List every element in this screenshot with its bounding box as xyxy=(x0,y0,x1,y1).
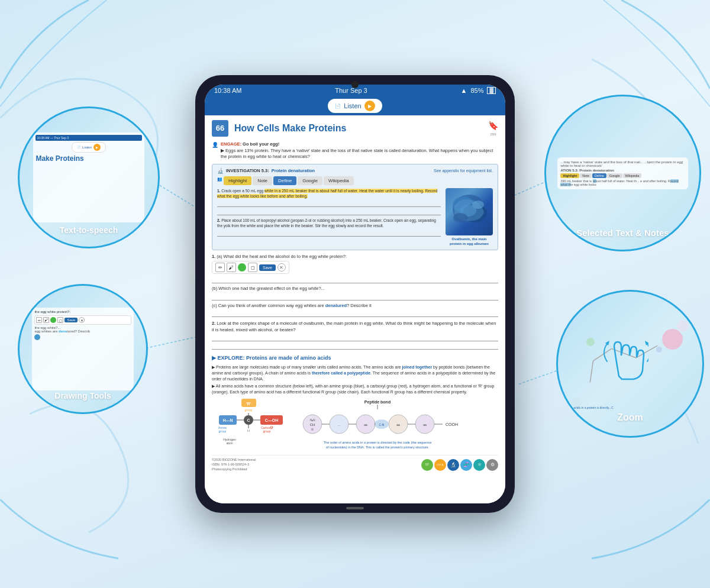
svg-text:CH: CH xyxy=(310,423,315,427)
tts-screen-preview: 10:38 AM — Thur Sep 3 📄 Listen ▶ Make Pr… xyxy=(33,133,144,222)
amino-acid-diagram: 'R' group C H H—N Amine group xyxy=(212,398,289,453)
explore-title: ▶ EXPLORE: Proteins are made of amino ac… xyxy=(212,354,498,362)
question-1: 1. (a) What did the heat and the alcohol… xyxy=(212,254,498,284)
note-button[interactable]: Note xyxy=(253,176,272,185)
page-title: How Cells Make Proteins xyxy=(234,122,346,135)
investigation-step-2: 2. Place about 100 mL of isopropyl alcoh… xyxy=(217,218,441,237)
diagram-area: 'R' group C H H—N Amine group xyxy=(212,398,498,453)
page-content: 66 How Cells Make Proteins 🔖 299 👤 ENGAG… xyxy=(205,115,505,503)
svg-text:Peptide bond: Peptide bond xyxy=(364,400,390,405)
selected-text-notes-bubble: ...may have a 'native' state and the los… xyxy=(544,95,701,251)
save-drawing-button[interactable]: Save xyxy=(259,264,276,271)
listen-button[interactable]: 📄 Listen ▶ xyxy=(328,99,382,113)
svg-text:H₂N: H₂N xyxy=(309,418,315,422)
svg-line-59 xyxy=(590,361,593,382)
text-to-speech-bubble: 10:38 AM — Thur Sep 3 📄 Listen ▶ Make Pr… xyxy=(18,106,160,248)
pen-tool[interactable]: ✏ xyxy=(215,263,225,272)
svg-text:group: group xyxy=(219,429,227,433)
google-button[interactable]: Google xyxy=(298,176,322,185)
question-1c: (c) Can you think of another common way … xyxy=(212,303,498,318)
answer-line-1 xyxy=(217,200,441,207)
brush-tool[interactable]: 🖌 xyxy=(227,263,236,272)
svg-text:group: group xyxy=(245,408,253,412)
zoom-bubble: ino acids in a protein is directly...C Z… xyxy=(556,290,704,438)
svg-text:aa: aa xyxy=(364,423,367,427)
question-2: 2. Look at the complex shape of a molecu… xyxy=(212,321,498,350)
answer-line-2 xyxy=(217,208,441,215)
bookmark-number: 299 xyxy=(490,132,496,137)
investigation-step-1: 1. Crack open a 50 mL egg white in a 250… xyxy=(217,188,441,215)
svg-text:aa: aa xyxy=(396,423,400,427)
photocopy-text: Photocopying Prohibited xyxy=(212,467,256,472)
peptide-diagram: Peptide bond H₂N CH R ... aa xyxy=(295,398,498,453)
investigation-content: 1. Crack open a 50 mL egg white in a 250… xyxy=(217,188,493,247)
battery-level: 85% xyxy=(470,87,483,94)
ipad-home-button xyxy=(346,507,364,509)
zoom-label: Zoom xyxy=(558,412,702,423)
drawing-screen-preview: the egg white protein?: ✏ 🖌 ◻ Save ✕ the… xyxy=(32,308,133,390)
engage-text: ▶ Eggs are 13% protein. They have a 'nat… xyxy=(221,148,498,160)
investigation-box: 🔬 INVESTIGATION 5.3: Protein denaturatio… xyxy=(212,164,498,250)
svg-text:The order of amino acids in a : The order of amino acids in a protein is… xyxy=(324,441,432,444)
drawing-toolbar: ✏ 🖌 ◻ Save ✕ xyxy=(212,261,289,274)
q1a-label: (a) What did the heat and the alcohol do… xyxy=(217,254,347,259)
page-footer: ©2020 BIOZONE International ISBN: 978-1-… xyxy=(212,455,498,474)
q2-answer-line-2 xyxy=(212,343,498,350)
investigation-toolbar: 👥 Highlight Note Define Google Wikipedia xyxy=(217,176,493,185)
investigation-header: 🔬 INVESTIGATION 5.3: Protein denaturatio… xyxy=(217,167,493,175)
status-time: 10:38 AM xyxy=(214,87,241,94)
ipad-camera xyxy=(351,81,359,88)
svg-text:atom: atom xyxy=(226,441,233,445)
listen-bar: 📄 Listen ▶ xyxy=(205,96,505,115)
tts-label: Text-to-speech xyxy=(20,225,158,235)
protein-caption: Ovalbumin, the main protein in egg album… xyxy=(446,237,493,247)
copyright-text: ©2020 BIOZONE International xyxy=(212,458,256,463)
question-section-1: 1. (a) What did the heat and the alcohol… xyxy=(212,254,498,318)
svg-text:O: O xyxy=(270,425,273,429)
investigation-steps: 1. Crack open a 50 mL egg white in a 250… xyxy=(217,188,441,247)
investigation-title: Protein denaturation xyxy=(272,168,315,175)
drawing-tools-bubble: the egg white protein?: ✏ 🖌 ◻ Save ✕ the… xyxy=(18,284,148,414)
engage-label: ENGAGE: xyxy=(221,141,241,147)
svg-text:H: H xyxy=(247,429,250,432)
svg-point-8 xyxy=(453,213,467,222)
wikipedia-button[interactable]: Wikipedia xyxy=(324,176,354,185)
eraser-tool[interactable]: ◻ xyxy=(248,263,257,272)
svg-text:aa: aa xyxy=(423,423,427,427)
color-green[interactable] xyxy=(238,263,246,272)
investigation-label: INVESTIGATION 5.3: xyxy=(226,168,269,175)
badge-microscope: 🔬 xyxy=(447,459,459,471)
svg-line-1 xyxy=(142,337,195,349)
appendix-link[interactable]: See appendix for equipment list. xyxy=(434,168,493,174)
q1c-answer-line xyxy=(212,310,498,317)
question-1b: (b) Which one had the greatest effect on… xyxy=(212,286,498,301)
listen-label: Listen xyxy=(344,102,361,109)
badge-row: SF LS1.A 🔬 🧬 ⚛ ⚙ xyxy=(421,459,498,471)
badge-gear: ⚙ xyxy=(486,459,498,471)
drawing-tools-label: Drawing Tools xyxy=(20,391,146,400)
notes-label: Selected Text & Notes xyxy=(546,228,699,238)
page-number: 66 xyxy=(212,120,228,137)
engage-heading: Go boil your egg! xyxy=(243,141,279,147)
define-button[interactable]: Define xyxy=(273,176,296,185)
page-header: 66 How Cells Make Proteins 🔖 299 xyxy=(212,120,498,137)
q1b-answer-line xyxy=(212,293,498,301)
svg-text:H—N: H—N xyxy=(222,418,233,422)
svg-point-9 xyxy=(472,201,484,209)
svg-text:...: ... xyxy=(338,423,340,427)
play-icon[interactable]: ▶ xyxy=(364,101,375,111)
engage-section: 👤 ENGAGE: Go boil your egg! ▶ Eggs are 1… xyxy=(212,141,498,160)
svg-text:C: C xyxy=(247,418,250,422)
badge-atom: ⚛ xyxy=(473,459,485,471)
svg-text:of nucleotides) in the DNA. Th: of nucleotides) in the DNA. This is call… xyxy=(326,445,430,449)
q2-answer-line-1 xyxy=(212,334,498,341)
protein-visual xyxy=(446,188,493,235)
badge-sf: SF xyxy=(421,459,433,471)
explore-section: ▶ EXPLORE: Proteins are made of amino ac… xyxy=(212,354,498,474)
close-drawing-button[interactable]: ✕ xyxy=(277,263,286,272)
protein-image: Ovalbumin, the main protein in egg album… xyxy=(446,188,493,247)
badge-ls1a: LS1.A xyxy=(434,459,446,471)
notes-screen-preview: ...may have a 'native' state and the los… xyxy=(557,157,688,189)
highlight-button[interactable]: Highlight xyxy=(224,176,251,185)
svg-text:COOH: COOH xyxy=(446,422,458,427)
